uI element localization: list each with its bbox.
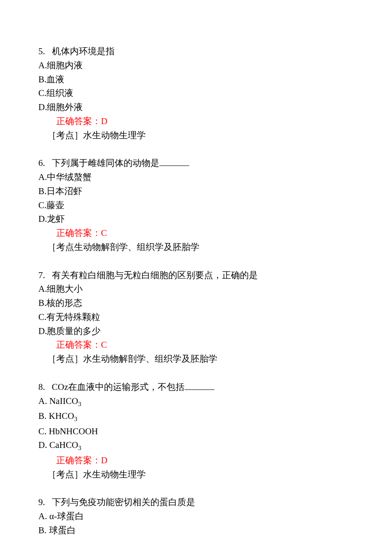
question-8: 8. COz在血液中的运输形式，不包括 A. NaIICO3 B. KHCO3 … xyxy=(38,380,354,482)
option-a: A.细胞大小 xyxy=(38,282,354,296)
option-a-text: A. NaIICO xyxy=(38,396,78,406)
question-number: 5. xyxy=(38,44,45,58)
option-d: D. CaHCO3 xyxy=(38,438,354,453)
subscript: 3 xyxy=(74,416,78,422)
question-number: 7. xyxy=(38,268,45,282)
question-line: 9. 下列与免疫功能密切相关的蛋白质是 xyxy=(38,495,354,509)
question-5: 5. 机体内环境是指 A.细胞内液 B.血液 C.组织液 D.细胞外液 正确答案… xyxy=(38,44,354,142)
option-b: B.日本沼虾 xyxy=(38,184,354,198)
option-b: B. KHCO3 xyxy=(38,409,354,424)
question-line: 5. 机体内环境是指 xyxy=(38,44,354,58)
question-text: 下列与免疫功能密切相关的蛋白质是 xyxy=(52,497,195,507)
question-number: 9. xyxy=(38,495,45,509)
subscript: 3 xyxy=(78,401,81,407)
option-c: C.藤壶 xyxy=(38,198,354,212)
correct-answer: 正确答案：D xyxy=(38,116,107,126)
option-a: A. α-球蛋白 xyxy=(38,509,354,523)
subscript: 3 xyxy=(78,445,81,452)
question-text: 机体内环境是指 xyxy=(52,46,115,56)
exam-point: ［考点］水生动物生理学 xyxy=(38,128,354,142)
exam-point: ［考点］水生动物解剖学、组织学及胚胎学 xyxy=(38,352,354,366)
option-d: D.胞质量的多少 xyxy=(38,324,354,338)
correct-answer: 正确答案：C xyxy=(38,340,107,350)
blank-line xyxy=(184,382,214,390)
question-text: COz在血液中的运输形式，不包括 xyxy=(52,382,185,392)
option-b: B. 球蛋白 xyxy=(38,523,354,538)
option-a: A. NaIICO3 xyxy=(38,394,354,410)
option-d: D.细胞外液 xyxy=(38,100,354,114)
exam-point: ［考点生动物解剖学、组织学及胚胎学 xyxy=(38,240,354,254)
question-text: 下列属于雌雄同体的动物是 xyxy=(52,158,159,168)
option-d-text: D. CaHCO xyxy=(38,440,78,450)
question-number: 6. xyxy=(38,156,45,170)
question-7: 7. 有关有粒白细胞与无粒白细胞的区别要点，正确的是 A.细胞大小 B.核的形态… xyxy=(38,268,354,366)
correct-answer: 正确答案：D xyxy=(38,455,107,465)
blank-line xyxy=(159,158,189,166)
option-a: A.细胞内液 xyxy=(38,58,354,73)
option-b: B.核的形态 xyxy=(38,296,354,310)
exam-point: ［考点］水生动物生理学 xyxy=(38,468,354,482)
question-line: 8. COz在血液中的运输形式，不包括 xyxy=(38,380,354,394)
question-text: 有关有粒白细胞与无粒白细胞的区别要点，正确的是 xyxy=(52,270,258,280)
question-line: 7. 有关有粒白细胞与无粒白细胞的区别要点，正确的是 xyxy=(38,268,354,282)
option-c: C.组织液 xyxy=(38,86,354,100)
option-c: C. HbNHCOOH xyxy=(38,424,354,439)
option-c: C.有无特殊颗粒 xyxy=(38,310,354,324)
question-number: 8. xyxy=(38,380,45,394)
option-d: D.龙虾 xyxy=(38,212,354,226)
question-6: 6. 下列属于雌雄同体的动物是 A.中华绒螯蟹 B.日本沼虾 C.藤壶 D.龙虾… xyxy=(38,156,354,254)
question-line: 6. 下列属于雌雄同体的动物是 xyxy=(38,156,354,170)
option-b: B.血液 xyxy=(38,73,354,87)
option-b-text: B. KHCO xyxy=(38,411,74,421)
correct-answer: 正确答案：C xyxy=(38,228,107,238)
option-a: A.中华绒螯蟹 xyxy=(38,170,354,184)
question-9: 9. 下列与免疫功能密切相关的蛋白质是 A. α-球蛋白 B. 球蛋白 xyxy=(38,495,354,537)
